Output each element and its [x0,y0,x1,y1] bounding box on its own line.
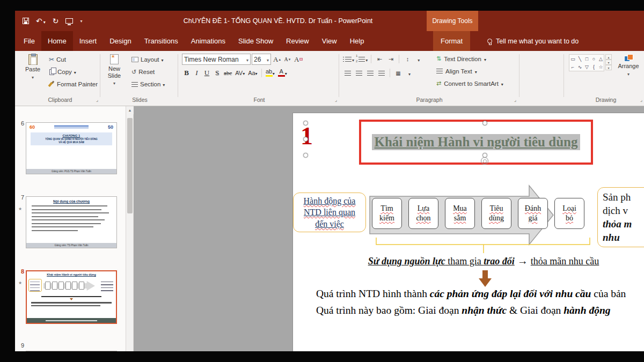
section-button[interactable]: Section [130,79,166,90]
step-box-tim-kiem[interactable]: Tìmkiếm [372,198,402,229]
tab-review[interactable]: Review [280,31,316,51]
copy-button[interactable]: Copy [47,67,99,77]
step-box-loai-bo[interactable]: Loạibỏ [554,198,584,229]
exchange-sentence[interactable]: Sử dụng nguồn lực tham gia trao đổi → th… [360,255,607,267]
font-color-button[interactable]: A [277,68,288,78]
shape-line-icon[interactable]: ╲ [576,55,583,63]
justify-button[interactable] [377,68,386,78]
font-dialog-launcher[interactable] [335,97,337,102]
clipboard-dialog-launcher[interactable] [96,97,98,102]
tab-home[interactable]: Home [41,31,73,51]
tab-view[interactable]: View [316,31,343,51]
drawing-dialog-launcher[interactable] [640,97,642,102]
convert-smartart-button[interactable]: Convert to SmartArt [436,78,503,89]
gallery-down-button[interactable] [605,60,612,65]
undo-button[interactable] [36,14,46,27]
slide-9-thumbnail[interactable] [26,351,117,351]
undo-caret-icon[interactable] [43,16,46,26]
shrink-font-button[interactable]: A▾ [283,54,292,64]
line-spacing-button[interactable] [402,54,412,64]
font-size-select[interactable]: 26 [252,54,271,65]
slide-7-thumbnail[interactable]: Nội dung của chương Giảng viên: TS Phạm … [26,196,117,248]
change-case-button[interactable]: Aa [247,68,258,78]
title-placeholder-selected[interactable]: Khái niệm Hành vi người tiêu dùng [359,120,593,165]
text-highlight-button[interactable]: ab [265,68,276,78]
underline-button[interactable]: U [202,68,211,78]
selection-handle[interactable] [303,121,308,125]
tab-insert[interactable]: Insert [73,31,104,51]
align-left-button[interactable] [343,68,353,78]
shape-triangle-icon[interactable]: △ [597,55,604,63]
left-text-box[interactable]: Hành động của NTD liên quan đến việc [293,193,366,232]
shape-star-icon[interactable]: ☆ [597,63,604,71]
align-text-button[interactable]: Align Text [436,65,503,77]
paragraph-dialog-launcher[interactable] [514,97,516,102]
decrease-indent-button[interactable] [375,54,384,64]
new-slide-button[interactable]: New Slide [102,53,127,86]
tab-format[interactable]: Format [433,31,470,51]
save-button[interactable] [23,14,29,27]
character-spacing-button[interactable]: AV [234,68,246,78]
slide-title-text[interactable]: Khái niệm Hành vi người tiêu dùng [372,134,581,150]
scrollbar-up-arrow-icon[interactable] [126,106,134,114]
right-text-box[interactable]: Sản ph dịch v thỏa m nhu [597,187,644,247]
align-right-button[interactable] [365,68,375,78]
repeat-button[interactable] [53,14,59,27]
shape-square-icon[interactable]: □ [583,55,590,63]
shape-oval-icon[interactable]: ○ [590,55,597,63]
thumbnail-scrollbar[interactable] [126,106,134,351]
start-slideshow-button[interactable] [65,14,73,27]
customize-qat-button[interactable] [80,14,82,27]
tab-design[interactable]: Design [103,31,137,51]
step-box-tieu-dung[interactable]: Tiêudùng [481,198,511,229]
layout-button[interactable]: Layout [130,54,166,65]
shapes-gallery[interactable]: ▭ ╲ □ ○ △ ⌐ ∿ ▽ { ☆ [569,54,604,71]
step-box-lua-chon[interactable]: Lựachọn [408,198,438,229]
reset-button[interactable]: Reset [130,67,166,77]
body-paragraph-2[interactable]: Quá trình này bao gồm: Giai đoạn nhận th… [316,305,611,316]
line-spacing-caret-button[interactable] [414,54,423,64]
tab-transitions[interactable]: Transitions [138,31,185,51]
slide-8-thumbnail-selected[interactable]: Khái niệm Hành vi người tiêu dùng [26,270,117,324]
increase-indent-button[interactable] [386,54,396,64]
italic-button[interactable]: I [192,68,201,78]
align-center-button[interactable] [354,68,364,78]
grow-font-button[interactable]: A▴ [272,54,282,64]
numbering-button[interactable]: 12 [356,54,368,64]
tab-help[interactable]: Help [343,31,371,51]
gallery-more-button[interactable] [605,65,612,70]
scrollbar-thumb[interactable] [127,118,133,213]
shape-brace-icon[interactable]: { [590,63,597,71]
shape-curve-icon[interactable]: ∿ [576,63,583,71]
slide-canvas[interactable]: 1 Khái niệm Hành vi người tiêu dùng Hành… [134,106,644,351]
shape-rect-icon[interactable]: ▭ [569,55,576,63]
body-paragraph-1[interactable]: Quá trình NTD hình thành các phản ứng đá… [316,288,626,300]
clear-formatting-button[interactable]: A [293,54,304,64]
bullets-button[interactable] [343,54,354,64]
slide-6-thumbnail[interactable]: 60 50 CHƯƠNG 1 TỔNG QUAN VỀ HÀNH VI NGƯỜ… [26,122,117,174]
slide-editing-surface[interactable]: 1 Khái niệm Hành vi người tiêu dùng Hành… [292,113,644,351]
bold-button[interactable]: B [182,68,191,78]
text-shadow-button[interactable]: S [213,68,222,78]
tab-slideshow[interactable]: Slide Show [232,31,280,51]
step-box-mua-sam[interactable]: Muasắm [445,198,475,229]
text-direction-button[interactable]: Text Direction [436,53,503,64]
rotate-handle[interactable] [481,157,488,165]
strikethrough-button[interactable]: abc [223,68,233,78]
slide-number-shape[interactable]: 1 [301,124,313,149]
columns-caret-button[interactable] [405,68,414,78]
tab-animations[interactable]: Animations [185,31,232,51]
selection-handle[interactable] [482,121,487,125]
shape-arrow-icon[interactable]: ▽ [583,63,590,71]
shape-elbow-icon[interactable]: ⌐ [569,63,576,71]
tell-me-box[interactable]: Tell me what you want to do [487,31,579,51]
format-painter-button[interactable]: Format Painter [47,79,99,90]
font-family-select[interactable]: Times New Roman [182,54,251,65]
selection-handle[interactable] [303,153,308,158]
cut-button[interactable]: Cut [47,54,99,65]
gallery-up-button[interactable] [605,54,612,60]
paste-button[interactable]: Paste [20,53,45,80]
selection-handle[interactable] [303,137,308,142]
arrange-button[interactable]: Arrange [615,53,642,77]
columns-button[interactable] [393,68,403,78]
